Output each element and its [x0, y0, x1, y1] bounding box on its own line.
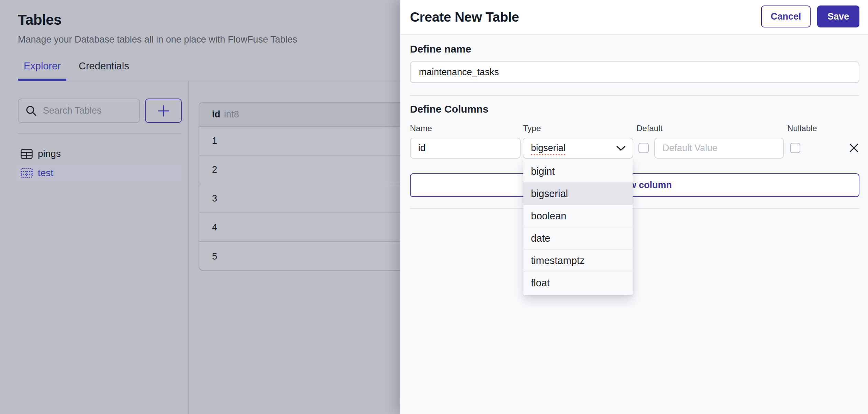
column-type-select[interactable]: bigserial	[523, 138, 633, 159]
add-column-button[interactable]: Add new column	[410, 173, 859, 197]
define-columns-label: Define Columns	[410, 103, 488, 115]
column-type-field-label: Type	[523, 124, 541, 133]
nullable-checkbox[interactable]	[790, 143, 800, 153]
default-checkbox[interactable]	[638, 143, 649, 153]
cancel-button[interactable]: Cancel	[761, 5, 811, 27]
chevron-down-icon	[616, 146, 626, 151]
type-select-value: bigserial	[531, 143, 566, 153]
dropdown-option-date[interactable]: date	[523, 227, 633, 250]
dropdown-option-float[interactable]: float	[523, 272, 633, 294]
column-name-input[interactable]	[410, 138, 521, 159]
modal-title: Create New Table	[410, 10, 519, 25]
column-name-field-label: Name	[410, 124, 432, 133]
save-button[interactable]: Save	[817, 5, 859, 27]
dropdown-option-bigint[interactable]: bigint	[523, 160, 633, 183]
app-window: Tables Manage your Database tables all i…	[0, 0, 868, 414]
modal-header: Create New Table Cancel Save	[400, 0, 868, 35]
table-name-input[interactable]	[410, 61, 859, 83]
x-icon	[849, 143, 859, 153]
section-divider	[410, 208, 859, 209]
dropdown-option-boolean[interactable]: boolean	[523, 205, 633, 227]
create-table-modal: Create New Table Cancel Save Define name…	[400, 0, 868, 414]
dropdown-option-timestamptz[interactable]: timestamptz	[523, 250, 633, 272]
type-dropdown: bigint bigserial boolean date timestampt…	[523, 159, 633, 295]
define-name-label: Define name	[410, 43, 471, 55]
dropdown-option-bigserial[interactable]: bigserial	[523, 183, 633, 205]
column-nullable-field-label: Nullable	[787, 124, 817, 133]
section-divider	[410, 95, 859, 96]
column-default-field-label: Default	[636, 124, 663, 133]
remove-column-button[interactable]	[848, 142, 860, 154]
default-value-input[interactable]	[654, 138, 784, 159]
